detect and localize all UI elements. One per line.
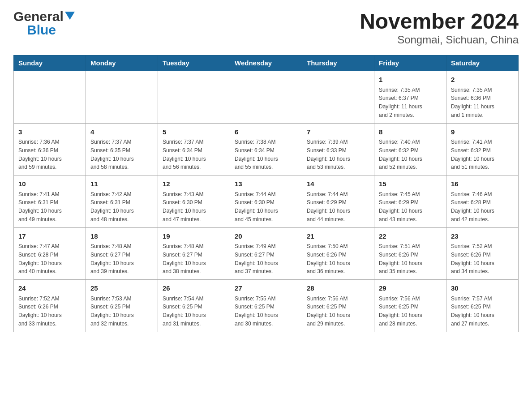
day-number: 12 — [163, 179, 225, 189]
day-info: Sunrise: 7:52 AM Sunset: 6:26 PM Dayligh… — [18, 295, 62, 327]
title-block: November 2024 Songmai, Sichuan, China — [360, 9, 519, 46]
day-header-wednesday: Wednesday — [230, 56, 302, 71]
day-info: Sunrise: 7:36 AM Sunset: 6:36 PM Dayligh… — [18, 139, 62, 170]
calendar-header: SundayMondayTuesdayWednesdayThursdayFrid… — [14, 56, 519, 71]
day-info: Sunrise: 7:42 AM Sunset: 6:31 PM Dayligh… — [90, 191, 134, 223]
week-row-4: 17Sunrise: 7:47 AM Sunset: 6:28 PM Dayli… — [14, 227, 519, 280]
week-row-1: 1Sunrise: 7:35 AM Sunset: 6:37 PM Daylig… — [14, 71, 519, 123]
day-number: 20 — [235, 231, 297, 242]
day-number: 24 — [18, 283, 81, 294]
days-header-row: SundayMondayTuesdayWednesdayThursdayFrid… — [14, 56, 519, 71]
day-info: Sunrise: 7:54 AM Sunset: 6:25 PM Dayligh… — [163, 295, 206, 327]
day-header-thursday: Thursday — [302, 56, 374, 71]
calendar-cell: 22Sunrise: 7:51 AM Sunset: 6:26 PM Dayli… — [374, 227, 446, 280]
calendar-cell: 18Sunrise: 7:48 AM Sunset: 6:27 PM Dayli… — [86, 227, 158, 280]
calendar-cell — [158, 71, 230, 123]
page-title: November 2024 — [360, 9, 519, 34]
day-info: Sunrise: 7:38 AM Sunset: 6:34 PM Dayligh… — [235, 139, 278, 170]
calendar-table: SundayMondayTuesdayWednesdayThursdayFrid… — [13, 55, 519, 332]
day-info: Sunrise: 7:46 AM Sunset: 6:28 PM Dayligh… — [451, 191, 494, 223]
day-number: 7 — [307, 127, 369, 137]
calendar-cell — [14, 71, 86, 123]
day-info: Sunrise: 7:48 AM Sunset: 6:27 PM Dayligh… — [90, 243, 134, 274]
calendar-cell: 9Sunrise: 7:41 AM Sunset: 6:32 PM Daylig… — [446, 123, 519, 176]
day-number: 10 — [18, 179, 81, 189]
day-number: 18 — [90, 231, 153, 242]
day-number: 29 — [379, 283, 442, 294]
calendar-cell: 8Sunrise: 7:40 AM Sunset: 6:32 PM Daylig… — [374, 123, 446, 176]
day-header-tuesday: Tuesday — [158, 56, 230, 71]
calendar-cell: 1Sunrise: 7:35 AM Sunset: 6:37 PM Daylig… — [374, 71, 446, 123]
day-number: 17 — [18, 231, 81, 242]
day-number: 9 — [451, 127, 514, 137]
calendar-cell: 19Sunrise: 7:48 AM Sunset: 6:27 PM Dayli… — [158, 227, 230, 280]
day-info: Sunrise: 7:55 AM Sunset: 6:25 PM Dayligh… — [235, 295, 278, 327]
calendar-cell — [230, 71, 302, 123]
calendar-cell: 15Sunrise: 7:45 AM Sunset: 6:29 PM Dayli… — [374, 176, 446, 228]
calendar-cell: 24Sunrise: 7:52 AM Sunset: 6:26 PM Dayli… — [14, 280, 86, 332]
day-info: Sunrise: 7:57 AM Sunset: 6:25 PM Dayligh… — [451, 295, 494, 327]
day-number: 19 — [163, 231, 225, 242]
day-number: 15 — [379, 179, 442, 189]
calendar-cell: 5Sunrise: 7:37 AM Sunset: 6:34 PM Daylig… — [158, 123, 230, 176]
day-info: Sunrise: 7:56 AM Sunset: 6:25 PM Dayligh… — [379, 295, 422, 327]
page-subtitle: Songmai, Sichuan, China — [360, 34, 519, 46]
day-info: Sunrise: 7:40 AM Sunset: 6:32 PM Dayligh… — [379, 139, 422, 170]
day-info: Sunrise: 7:48 AM Sunset: 6:27 PM Dayligh… — [163, 243, 206, 274]
day-number: 3 — [18, 127, 81, 137]
calendar-cell: 7Sunrise: 7:39 AM Sunset: 6:33 PM Daylig… — [302, 123, 374, 176]
calendar-cell: 4Sunrise: 7:37 AM Sunset: 6:35 PM Daylig… — [86, 123, 158, 176]
day-number: 22 — [379, 231, 442, 242]
day-info: Sunrise: 7:49 AM Sunset: 6:27 PM Dayligh… — [235, 243, 278, 274]
day-info: Sunrise: 7:44 AM Sunset: 6:30 PM Dayligh… — [235, 191, 278, 223]
day-number: 21 — [307, 231, 369, 242]
day-info: Sunrise: 7:50 AM Sunset: 6:26 PM Dayligh… — [307, 243, 350, 274]
day-number: 16 — [451, 179, 514, 189]
day-header-monday: Monday — [86, 56, 158, 71]
calendar-cell: 29Sunrise: 7:56 AM Sunset: 6:25 PM Dayli… — [374, 280, 446, 332]
day-header-friday: Friday — [374, 56, 446, 71]
calendar-cell: 13Sunrise: 7:44 AM Sunset: 6:30 PM Dayli… — [230, 176, 302, 228]
svg-marker-0 — [65, 12, 75, 20]
day-header-sunday: Sunday — [14, 56, 86, 71]
calendar-cell: 21Sunrise: 7:50 AM Sunset: 6:26 PM Dayli… — [302, 227, 374, 280]
day-info: Sunrise: 7:37 AM Sunset: 6:34 PM Dayligh… — [163, 139, 206, 170]
week-row-2: 3Sunrise: 7:36 AM Sunset: 6:36 PM Daylig… — [14, 123, 519, 176]
calendar-cell: 28Sunrise: 7:56 AM Sunset: 6:25 PM Dayli… — [302, 280, 374, 332]
day-info: Sunrise: 7:35 AM Sunset: 6:37 PM Dayligh… — [379, 87, 422, 118]
day-info: Sunrise: 7:52 AM Sunset: 6:26 PM Dayligh… — [451, 243, 494, 274]
day-number: 2 — [451, 75, 514, 85]
calendar-cell: 30Sunrise: 7:57 AM Sunset: 6:25 PM Dayli… — [446, 280, 519, 332]
logo-general-text: General — [13, 9, 64, 24]
calendar-cell: 2Sunrise: 7:35 AM Sunset: 6:36 PM Daylig… — [446, 71, 519, 123]
day-info: Sunrise: 7:51 AM Sunset: 6:26 PM Dayligh… — [379, 243, 422, 274]
calendar-cell: 17Sunrise: 7:47 AM Sunset: 6:28 PM Dayli… — [14, 227, 86, 280]
day-number: 5 — [163, 127, 225, 137]
day-number: 30 — [451, 283, 514, 294]
day-number: 1 — [379, 75, 442, 85]
day-info: Sunrise: 7:47 AM Sunset: 6:28 PM Dayligh… — [18, 243, 62, 274]
day-info: Sunrise: 7:53 AM Sunset: 6:25 PM Dayligh… — [90, 295, 134, 327]
calendar-body: 1Sunrise: 7:35 AM Sunset: 6:37 PM Daylig… — [14, 71, 519, 332]
logo-blue-text: Blue — [27, 22, 56, 38]
day-info: Sunrise: 7:41 AM Sunset: 6:32 PM Dayligh… — [451, 139, 494, 170]
day-info: Sunrise: 7:41 AM Sunset: 6:31 PM Dayligh… — [18, 191, 62, 223]
calendar-cell: 16Sunrise: 7:46 AM Sunset: 6:28 PM Dayli… — [446, 176, 519, 228]
day-number: 28 — [307, 283, 369, 294]
day-info: Sunrise: 7:56 AM Sunset: 6:25 PM Dayligh… — [307, 295, 350, 327]
calendar-cell: 25Sunrise: 7:53 AM Sunset: 6:25 PM Dayli… — [86, 280, 158, 332]
calendar-cell: 20Sunrise: 7:49 AM Sunset: 6:27 PM Dayli… — [230, 227, 302, 280]
calendar-cell: 27Sunrise: 7:55 AM Sunset: 6:25 PM Dayli… — [230, 280, 302, 332]
calendar-cell: 12Sunrise: 7:43 AM Sunset: 6:30 PM Dayli… — [158, 176, 230, 228]
calendar-cell: 10Sunrise: 7:41 AM Sunset: 6:31 PM Dayli… — [14, 176, 86, 228]
day-number: 23 — [451, 231, 514, 242]
day-info: Sunrise: 7:35 AM Sunset: 6:36 PM Dayligh… — [451, 87, 494, 118]
day-number: 14 — [307, 179, 369, 189]
day-number: 11 — [90, 179, 153, 189]
day-info: Sunrise: 7:44 AM Sunset: 6:29 PM Dayligh… — [307, 191, 350, 223]
logo: General Blue — [13, 9, 75, 38]
calendar-cell — [302, 71, 374, 123]
day-number: 26 — [163, 283, 225, 294]
day-info: Sunrise: 7:39 AM Sunset: 6:33 PM Dayligh… — [307, 139, 350, 170]
day-info: Sunrise: 7:43 AM Sunset: 6:30 PM Dayligh… — [163, 191, 206, 223]
